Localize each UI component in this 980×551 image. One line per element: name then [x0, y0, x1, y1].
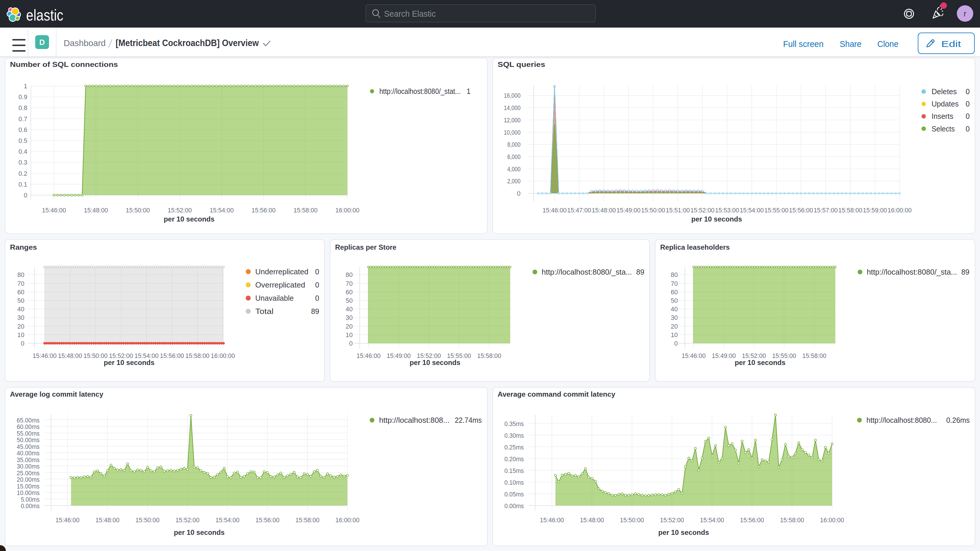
svg-text:15:50:00: 15:50:00 [641, 207, 665, 214]
svg-text:0.8: 0.8 [19, 104, 27, 111]
svg-text:15:58:00: 15:58:00 [780, 516, 804, 524]
svg-text:89: 89 [961, 268, 969, 276]
svg-text:15:46:00: 15:46:00 [42, 207, 66, 214]
svg-text:Share: Share [840, 39, 861, 49]
svg-text:10: 10 [18, 331, 24, 339]
svg-text:15:52:00: 15:52:00 [690, 207, 714, 214]
svg-text:0.15ms: 0.15ms [504, 467, 524, 475]
svg-text:per 10 seconds: per 10 seconds [174, 529, 225, 536]
svg-text:Overreplicated: Overreplicated [255, 281, 305, 289]
svg-text:15:56:00: 15:56:00 [160, 352, 184, 360]
svg-text:10: 10 [671, 331, 678, 339]
svg-text:1: 1 [466, 87, 471, 96]
svg-text:http://localhost:808...: http://localhost:808... [379, 416, 450, 424]
svg-text:0.7: 0.7 [19, 115, 27, 123]
svg-text:40.00ms: 40.00ms [17, 449, 40, 457]
svg-text:15:46:00: 15:46:00 [540, 516, 564, 524]
svg-text:60: 60 [671, 288, 678, 296]
svg-text:15:55:00: 15:55:00 [764, 207, 788, 214]
svg-text:25.00ms: 25.00ms [17, 470, 40, 477]
svg-text:0.30ms: 0.30ms [504, 432, 524, 439]
svg-text:Total: Total [255, 307, 274, 315]
svg-text:http://localhost:8080...: http://localhost:8080... [867, 416, 937, 424]
svg-text:SQL queries: SQL queries [498, 61, 545, 68]
svg-text:15:52:00: 15:52:00 [168, 207, 192, 214]
svg-text:0: 0 [21, 340, 24, 347]
svg-text:15:52:00: 15:52:00 [660, 516, 684, 524]
svg-text:0: 0 [966, 100, 970, 108]
svg-text:15:50:00: 15:50:00 [126, 207, 150, 214]
svg-text:15:48:00: 15:48:00 [580, 516, 604, 524]
svg-text:r: r [964, 9, 966, 18]
svg-text:15:48:00: 15:48:00 [58, 352, 82, 360]
svg-text:15:58:00: 15:58:00 [296, 516, 320, 524]
svg-text:0.05ms: 0.05ms [504, 490, 524, 498]
svg-text:15:58:00: 15:58:00 [802, 352, 826, 360]
svg-text:Ranges: Ranges [10, 243, 37, 251]
svg-text:8,000: 8,000 [508, 141, 520, 148]
svg-text:15:56:00: 15:56:00 [251, 207, 275, 214]
svg-text:0.1: 0.1 [19, 181, 27, 188]
svg-text:80: 80 [18, 271, 24, 279]
svg-text:0.00ms: 0.00ms [21, 502, 40, 510]
svg-text:5.00ms: 5.00ms [21, 496, 40, 503]
svg-text:15:57:00: 15:57:00 [814, 207, 838, 214]
svg-text:15:56:00: 15:56:00 [740, 516, 764, 524]
svg-text:20.00ms: 20.00ms [17, 476, 40, 483]
svg-text:Deletes: Deletes [932, 88, 957, 96]
svg-text:40: 40 [671, 306, 678, 313]
svg-text:15:58:00: 15:58:00 [477, 352, 501, 360]
svg-text:Number of SQL connections: Number of SQL connections [10, 61, 118, 68]
svg-text:14,000: 14,000 [504, 104, 520, 111]
svg-text:0.6: 0.6 [19, 126, 27, 134]
svg-text:elastic: elastic [26, 6, 64, 24]
svg-text:50: 50 [671, 297, 678, 304]
svg-text:50: 50 [18, 297, 24, 304]
svg-text:0.00ms: 0.00ms [504, 502, 524, 510]
svg-text:15:54:00: 15:54:00 [215, 516, 239, 524]
svg-text:Updates: Updates [932, 100, 959, 108]
svg-text:http://localhost:8080/_sta...: http://localhost:8080/_sta... [867, 268, 957, 276]
svg-text:10: 10 [346, 331, 353, 339]
svg-text:15:50:00: 15:50:00 [135, 516, 160, 524]
svg-text:60: 60 [18, 288, 24, 296]
svg-text:Underreplicated: Underreplicated [255, 268, 309, 276]
svg-text:40: 40 [18, 306, 24, 313]
svg-text:Selects: Selects [932, 125, 955, 133]
svg-text:20: 20 [346, 323, 353, 330]
svg-text:0: 0 [966, 88, 970, 96]
svg-text:Average command commit latency: Average command commit latency [498, 390, 616, 398]
svg-text:35.00ms: 35.00ms [17, 456, 40, 463]
svg-text:15:46:00: 15:46:00 [33, 352, 57, 360]
svg-text:15:58:00: 15:58:00 [293, 207, 318, 214]
svg-text:55.00ms: 55.00ms [17, 430, 40, 437]
svg-text:45.00ms: 45.00ms [17, 443, 40, 451]
svg-text:Clone: Clone [877, 39, 899, 49]
svg-text:10.00ms: 10.00ms [17, 489, 40, 497]
svg-text:per 10 seconds: per 10 seconds [164, 215, 215, 223]
svg-text:0.26ms: 0.26ms [946, 416, 970, 424]
svg-text:80: 80 [671, 271, 678, 279]
svg-text:40: 40 [346, 306, 353, 313]
svg-text:20: 20 [18, 323, 24, 330]
svg-text:15:54:00: 15:54:00 [700, 516, 724, 524]
svg-text:20: 20 [671, 323, 678, 330]
svg-text:16:00:00: 16:00:00 [336, 207, 360, 214]
svg-text:15:56:00: 15:56:00 [256, 516, 280, 524]
svg-text:0.25ms: 0.25ms [504, 444, 524, 451]
svg-text:70: 70 [18, 280, 24, 287]
svg-text:60: 60 [346, 288, 353, 296]
svg-text:15:49:00: 15:49:00 [387, 352, 411, 360]
svg-text:0: 0 [674, 340, 678, 347]
svg-text:12,000: 12,000 [504, 116, 520, 124]
svg-text:15:46:00: 15:46:00 [356, 352, 380, 360]
svg-text:16,000: 16,000 [504, 92, 520, 99]
svg-text:Edit: Edit [941, 39, 961, 49]
svg-text:15:47:00: 15:47:00 [567, 207, 591, 214]
svg-text:0.4: 0.4 [19, 148, 27, 155]
svg-text:15:54:00: 15:54:00 [210, 207, 234, 214]
svg-text:30.00ms: 30.00ms [17, 463, 40, 470]
svg-text:70: 70 [671, 280, 678, 287]
svg-text:0.9: 0.9 [19, 93, 27, 100]
svg-text:per 10 seconds: per 10 seconds [410, 358, 460, 366]
